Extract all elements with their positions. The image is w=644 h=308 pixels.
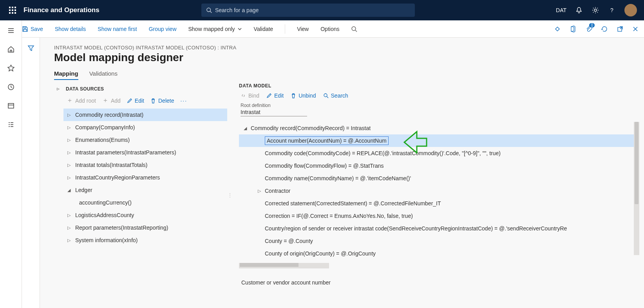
refresh-icon[interactable] (601, 25, 608, 33)
help-icon[interactable]: ? (608, 6, 616, 14)
show-name-first-button[interactable]: Show name first (98, 26, 137, 32)
edit-button[interactable]: Edit (127, 98, 144, 104)
expand-closed-icon[interactable]: ▷ (67, 238, 74, 243)
bell-icon[interactable] (575, 6, 583, 14)
company-code[interactable]: DAT (556, 7, 566, 13)
waffle-icon[interactable] (4, 7, 21, 14)
filter-icon[interactable] (27, 45, 34, 308)
data-sources-header: DATA SOURCES (63, 83, 227, 95)
data-source-child[interactable]: accountingCurrency() (63, 196, 227, 209)
popout-icon[interactable] (617, 25, 624, 33)
global-header: Finance and Operations DAT ? (0, 0, 644, 20)
more-button[interactable]: ··· (180, 98, 187, 104)
data-model-row[interactable]: County = @.County (239, 235, 639, 247)
save-label: Save (31, 26, 43, 32)
data-model-row[interactable]: Commodity code(CommodityCode) = REPLACE(… (239, 147, 639, 159)
svg-line-14 (355, 30, 357, 32)
data-model-row[interactable]: ▷Contractor (239, 185, 639, 197)
pencil-icon (127, 98, 132, 103)
search-input[interactable] (215, 7, 410, 13)
data-model-text: Commodity code(CommodityCode) = REPLACE(… (265, 150, 501, 156)
main-content: INTRASTAT MODEL (CONTOSO) INTRASTAT MODE… (40, 38, 644, 308)
expand-closed-icon[interactable]: ▷ (67, 213, 74, 218)
data-source-label: Intrastat parameters(IntrastatParameters… (74, 149, 176, 156)
data-source-item[interactable]: ▷System information(xInfo) (63, 234, 227, 246)
find-button[interactable] (351, 26, 357, 32)
chevron-right-icon[interactable]: ▹ (52, 83, 63, 307)
options-menu[interactable]: Options (320, 26, 339, 32)
data-model-text: Commodity flow(CommodityFlow) = @.StatTr… (265, 163, 384, 169)
data-model-row[interactable]: Account number(AccountNum) = @.AccountNu… (239, 134, 639, 147)
recent-icon[interactable] (7, 83, 15, 91)
data-model-row[interactable]: Correction = IF(@.Correct = Enums.AxNoYe… (239, 210, 639, 222)
star-icon[interactable] (7, 64, 15, 72)
view-menu[interactable]: View (297, 26, 309, 32)
breadcrumb: INTRASTAT MODEL (CONTOSO) INTRASTAT MODE… (40, 38, 644, 51)
expand-open-icon[interactable]: ◢ (67, 188, 74, 193)
dm-edit-label: Edit (274, 92, 284, 99)
data-model-row[interactable]: Corrected statement(CorrectedStatement) … (239, 197, 639, 210)
data-model-row[interactable]: Commodity flow(CommodityFlow) = @.StatTr… (239, 159, 639, 172)
expand-closed-icon[interactable]: ▷ (67, 225, 74, 230)
horizontal-scrollbar[interactable] (239, 263, 329, 268)
modules-icon[interactable] (7, 121, 15, 129)
close-icon[interactable] (632, 26, 639, 32)
home-icon[interactable] (7, 45, 15, 53)
expand-closed-icon[interactable]: ▷ (67, 163, 74, 168)
separator (285, 24, 285, 34)
group-view-button[interactable]: Group view (149, 26, 177, 32)
data-model-row[interactable]: ◢Commodity record(CommodityRecord) = Int… (239, 122, 639, 134)
data-source-item[interactable]: ▷Intrastat totals(IntrastatTotals) (63, 159, 227, 171)
data-model-row[interactable]: County of origin(OrigCounty) = @.OrigCou… (239, 247, 639, 260)
unbind-button[interactable]: Unbind (291, 92, 316, 99)
data-source-item[interactable]: ▷Commodity record(Intrastat) (63, 109, 227, 121)
dm-search-button[interactable]: Search (323, 92, 348, 99)
delete-button[interactable]: Delete (150, 98, 174, 104)
expand-closed-icon[interactable]: ▷ (67, 138, 74, 143)
data-source-label: IntrastatCountryRegionParameters (74, 174, 160, 181)
command-bar: Save Show details Show name first Group … (0, 20, 644, 38)
tab-mapping[interactable]: Mapping (54, 70, 78, 80)
validate-button[interactable]: Validate (254, 26, 273, 32)
save-button[interactable]: Save (22, 26, 43, 32)
link-icon[interactable] (554, 25, 561, 33)
data-model-row[interactable]: Country/region of sender or receiver int… (239, 222, 639, 235)
data-source-item[interactable]: ▷Enumerations(Enums) (63, 134, 227, 146)
data-source-item[interactable]: ▷LogisticsAddressCounty (63, 209, 227, 221)
vertical-scrollbar[interactable] (634, 122, 639, 255)
show-mapped-dropdown[interactable]: Show mapped only (188, 26, 242, 32)
show-details-button[interactable]: Show details (55, 26, 86, 32)
add-root-button[interactable]: ＋Add root (67, 96, 96, 105)
data-model-text: Country/region of sender or receiver int… (265, 225, 567, 232)
data-model-row[interactable]: Commodity name(CommodityName) = @.'itemC… (239, 172, 639, 185)
expand-closed-icon[interactable]: ▷ (258, 188, 265, 194)
bind-button[interactable]: Bind (241, 92, 259, 99)
data-source-item[interactable]: ▷IntrastatCountryRegionParameters (63, 171, 227, 184)
add-button[interactable]: ＋Add (102, 96, 121, 105)
expand-open-icon[interactable]: ◢ (244, 126, 251, 131)
avatar[interactable] (624, 4, 637, 16)
pencil-icon (266, 93, 272, 98)
expand-closed-icon[interactable]: ▷ (67, 125, 74, 130)
data-source-item[interactable]: ▷Intrastat parameters(IntrastatParameter… (63, 146, 227, 159)
attachments-button[interactable]: 0 (585, 25, 592, 33)
brand-title: Finance and Operations (24, 6, 99, 14)
svg-rect-5 (14, 9, 16, 11)
expand-closed-icon[interactable]: ▷ (67, 175, 74, 180)
workspaces-icon[interactable] (7, 102, 15, 110)
tab-validations[interactable]: Validations (89, 70, 118, 80)
data-model-text: Account number(AccountNum) = @.AccountNu… (265, 136, 389, 145)
data-source-item[interactable]: ◢Ledger (63, 184, 227, 196)
data-source-item[interactable]: ▷Company(CompanyInfo) (63, 121, 227, 134)
expand-closed-icon[interactable]: ▷ (67, 150, 74, 155)
gear-icon[interactable] (592, 6, 599, 14)
data-source-item[interactable]: ▷Report parameters(IntrastatReporting) (63, 221, 227, 234)
dm-edit-button[interactable]: Edit (266, 92, 284, 99)
office-icon[interactable] (570, 25, 577, 33)
root-definition-value[interactable]: Intrastat (241, 109, 307, 116)
expand-closed-icon[interactable]: ▷ (67, 112, 74, 118)
global-search[interactable] (201, 4, 415, 17)
hamburger-icon[interactable] (7, 27, 15, 34)
svg-point-18 (324, 94, 327, 97)
drag-handle-icon[interactable]: ⋮ (227, 192, 235, 198)
